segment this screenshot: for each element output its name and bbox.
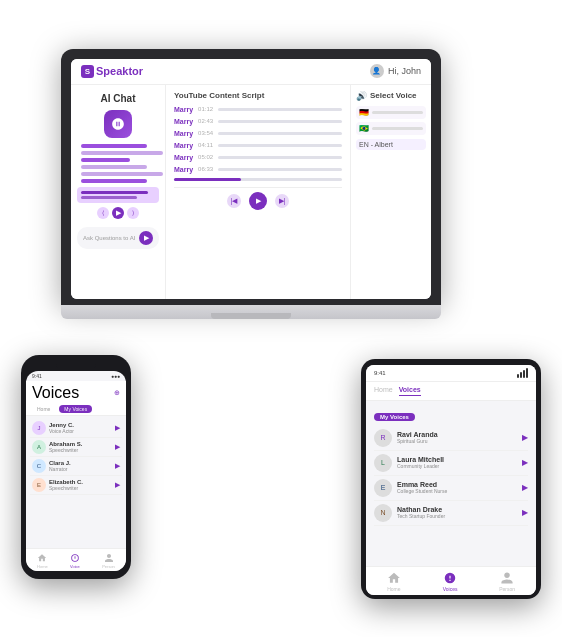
action-btn-1[interactable]: ⟨	[97, 207, 109, 219]
tablet-voice-item-4[interactable]: N Nathan Drake Tech Startup Founder ▶	[374, 501, 528, 526]
chat-line-3	[81, 158, 130, 162]
chat-input-placeholder: Ask Questions to AI	[83, 235, 135, 241]
tablet-play-4[interactable]: ▶	[522, 508, 528, 517]
tablet-voice-item-3[interactable]: E Emma Reed College Student Nurse ▶	[374, 476, 528, 501]
play-icon-1[interactable]: ▶	[115, 424, 120, 432]
user-avatar: 👤	[370, 64, 384, 78]
tablet-tab-home[interactable]: Home	[374, 386, 393, 396]
phone-voice-item-1[interactable]: J Jenny C. Voice Actor ▶	[30, 419, 122, 438]
laptop-base	[61, 305, 441, 319]
voice-avatar-2: A	[32, 440, 46, 454]
msg-bar-5	[218, 156, 342, 159]
action-btn-2[interactable]: ▶	[112, 207, 124, 219]
msg-bar-2	[218, 120, 342, 123]
voice-info-3: Clara J. Narrator	[49, 460, 112, 472]
voice-panel: 🔊 Select Voice 🇩🇪 🇧🇷 EN - Albert	[351, 85, 431, 299]
action-btn-3[interactable]: ⟩	[127, 207, 139, 219]
phone-screen: 9:41 ●●● Voices ⊕ Home My Voices J Jenny…	[26, 371, 126, 571]
chat-input-bar[interactable]: Ask Questions to AI ▶	[77, 227, 159, 249]
tablet-nav-person[interactable]: Person	[499, 571, 515, 592]
msg-row-4: Marry 04:11	[174, 142, 342, 149]
msg-time-6: 06:33	[198, 166, 213, 172]
play-button[interactable]: ▶	[249, 192, 267, 210]
phone-nav-home-label: Home	[37, 564, 48, 569]
phone-nav-home[interactable]: Home	[37, 553, 48, 569]
msg-row-5: Marry 05:02	[174, 154, 342, 161]
phone-tab-row: Home My Voices	[26, 405, 126, 416]
play-icon-3[interactable]: ▶	[115, 462, 120, 470]
voice-role-1: Voice Actor	[49, 428, 112, 434]
phone-nav-person-label: Person	[102, 564, 115, 569]
tablet-nav-voices[interactable]: Voices	[443, 571, 458, 592]
phone-voice-item-3[interactable]: C Clara J. Narrator ▶	[30, 457, 122, 476]
voice-role-3: Narrator	[49, 466, 112, 472]
phone-voice-item-2[interactable]: A Abraham S. Speechwriter ▶	[30, 438, 122, 457]
voice-role-4: Speechwriter	[49, 485, 112, 491]
voice-avatar-4: E	[32, 478, 46, 492]
msg-time-4: 04:11	[198, 142, 213, 148]
tablet-voice-item-2[interactable]: L Laura Mitchell Community Leader ▶	[374, 451, 528, 476]
laptop: S Speaktor 👤 Hi, John AI Chat	[61, 49, 441, 319]
voice-bar-de	[372, 111, 423, 114]
phone-nav-voice[interactable]: Voice	[70, 553, 80, 569]
tablet-voice-item-1[interactable]: R Ravi Aranda Spiritual Guru ▶	[374, 426, 528, 451]
logo-name: Speaktor	[96, 65, 143, 77]
phone-voice-item-4[interactable]: E Elizabeth C. Speechwriter ▶	[30, 476, 122, 495]
phone-nav-person[interactable]: Person	[102, 553, 115, 569]
tablet-voice-role-1: Spiritual Guru	[397, 438, 517, 444]
laptop-header: S Speaktor 👤 Hi, John	[71, 59, 431, 85]
voice-bar-br	[372, 127, 423, 130]
tablet-header: Home Voices	[366, 382, 536, 401]
phone-tab-home[interactable]: Home	[32, 405, 55, 413]
logo-s-icon: S	[81, 65, 94, 78]
tablet: 9:41 Home Voices My Voices R	[361, 359, 541, 599]
play-icon-2[interactable]: ▶	[115, 443, 120, 451]
skip-forward-button[interactable]: ▶|	[275, 194, 289, 208]
message-list: Marry 01:12 Marry 02:43 Marry	[174, 106, 342, 173]
tablet-avatar-2: L	[374, 454, 392, 472]
voice-info-4: Elizabeth C. Speechwriter	[49, 479, 112, 491]
play-icon-4[interactable]: ▶	[115, 481, 120, 489]
phone-notch	[56, 363, 96, 368]
tablet-voices: My Voices R Ravi Aranda Spiritual Guru ▶…	[366, 401, 536, 566]
tablet-nav-voices-label: Voices	[443, 586, 458, 592]
msg-name-3: Marry	[174, 130, 193, 137]
tablet-play-1[interactable]: ▶	[522, 433, 528, 442]
tablet-screen: 9:41 Home Voices My Voices R	[366, 365, 536, 595]
phone-voice-list: J Jenny C. Voice Actor ▶ A Abraham S. Sp…	[26, 416, 126, 548]
msg-time-5: 05:02	[198, 154, 213, 160]
tablet-nav-home[interactable]: Home	[387, 571, 401, 592]
flag-de-icon: 🇩🇪	[359, 108, 369, 117]
sound-waves-icon: 🔊	[356, 91, 367, 101]
tablet-nav-home-label: Home	[387, 586, 400, 592]
voice-panel-title: 🔊 Select Voice	[356, 91, 426, 101]
tablet-voice-role-2: Community Leader	[397, 463, 517, 469]
my-voices-tab[interactable]: My Voices	[374, 413, 415, 421]
phone-nav: Home Voice Person	[26, 548, 126, 571]
tablet-play-2[interactable]: ▶	[522, 458, 528, 467]
tablet-avatar-1: R	[374, 429, 392, 447]
greeting-text: Hi, John	[388, 66, 421, 76]
send-button[interactable]: ▶	[139, 231, 153, 245]
msg-bar-3	[218, 132, 342, 135]
voice-info-2: Abraham S. Speechwriter	[49, 441, 112, 453]
tablet-avatar-3: E	[374, 479, 392, 497]
phone-tab-my-voices[interactable]: My Voices	[59, 405, 92, 413]
voice-flag-br[interactable]: 🇧🇷	[356, 122, 426, 135]
chat-line-1	[81, 144, 147, 148]
msg-bar-6	[218, 168, 342, 171]
msg-row-1: Marry 01:12	[174, 106, 342, 113]
laptop-screen-outer: S Speaktor 👤 Hi, John AI Chat	[61, 49, 441, 305]
phone-header: Voices ⊕	[26, 381, 126, 405]
voice-avatar-3: C	[32, 459, 46, 473]
voice-flag-de[interactable]: 🇩🇪	[356, 106, 426, 119]
tablet-play-3[interactable]: ▶	[522, 483, 528, 492]
tablet-voice-info-1: Ravi Aranda Spiritual Guru	[397, 431, 517, 444]
progress-bar	[174, 178, 342, 181]
msg-name-1: Marry	[174, 106, 193, 113]
tablet-tab-voices[interactable]: Voices	[399, 386, 421, 396]
skip-back-button[interactable]: |◀	[227, 194, 241, 208]
msg-name-5: Marry	[174, 154, 193, 161]
tablet-time: 9:41	[374, 370, 386, 376]
msg-time-3: 03:54	[198, 130, 213, 136]
